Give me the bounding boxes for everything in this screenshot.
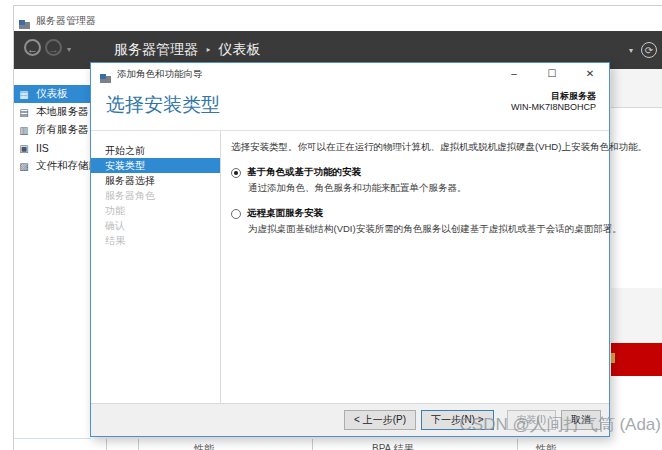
add-roles-wizard-dialog: 添加角色和功能向导 – ☐ ✕ 选择安装类型 目标服务器 WIN-MK7I8NB… (90, 62, 610, 437)
target-server-label: 目标服务器 (511, 91, 596, 102)
back-button[interactable]: < 上一步(P) (344, 410, 416, 430)
option-label: 基于角色或基于功能的安装 (247, 166, 361, 179)
option-role-based[interactable]: 基于角色或基于功能的安装 通过添加角色、角色服务和功能来配置单个服务器。 (231, 166, 601, 195)
forward-icon[interactable]: → (45, 39, 62, 56)
dashboard-tile-fragment (611, 69, 662, 108)
step-installation-type[interactable]: 安装类型 (91, 158, 220, 173)
option-description: 为虚拟桌面基础结构(VDI)安装所需的角色服务以创建基于虚拟机或基于会话的桌面部… (248, 223, 601, 236)
dialog-title: 添加角色和功能向导 (117, 68, 203, 81)
wizard-steps-nav: 开始之前 安装类型 服务器选择 服务器角色 功能 确认 结果 (91, 131, 221, 403)
step-server-selection[interactable]: 服务器选择 (91, 173, 220, 188)
radio-remote-desktop[interactable] (231, 209, 241, 219)
warning-mark (611, 353, 615, 363)
header-toolbar: ▾ ⟳ (629, 31, 657, 69)
sidebar-item-label: 所有服务器 (36, 123, 89, 137)
nav-caret-icon[interactable]: ▾ (67, 45, 71, 54)
window-titlebar: 服务器管理器 (14, 6, 662, 31)
toolbar-caret-icon[interactable]: ▾ (629, 46, 633, 55)
radio-role-based[interactable] (231, 168, 241, 178)
option-label: 远程桌面服务安装 (247, 207, 323, 220)
dashboard-column-performance: 性能 (194, 442, 214, 450)
background-divider (138, 439, 139, 450)
wizard-content: 选择安装类型。你可以在正在运行的物理计算机、虚拟机或脱机虚拟硬盘(VHD)上安装… (221, 131, 609, 403)
file-storage-icon: ▨ (17, 161, 31, 172)
sidebar-item-label: 本地服务器 (36, 105, 89, 119)
background-divider (312, 439, 313, 450)
dashboard-tile-fragment (611, 288, 662, 343)
option-remote-desktop[interactable]: 远程桌面服务安装 为虚拟桌面基础结构(VDI)安装所需的角色服务以创建基于虚拟机… (231, 207, 601, 236)
installation-type-description: 选择安装类型。你可以在正在运行的物理计算机、虚拟机或脱机虚拟硬盘(VHD)上安装… (231, 141, 601, 154)
csdn-watermark: CSDN @人间打气筒 (Ada) (460, 413, 661, 436)
background-divider (517, 439, 518, 450)
background-divider (106, 439, 107, 450)
dashboard-column-performance: 性能 (536, 442, 556, 450)
wizard-header: 选择安装类型 目标服务器 WIN-MK7I8NBOHCP (91, 85, 609, 131)
sidebar-item-label: 仪表板 (36, 87, 68, 101)
breadcrumb-root[interactable]: 服务器管理器 (114, 41, 198, 59)
breadcrumb-separator: ‣ (205, 44, 212, 57)
all-servers-icon: ▥ (17, 125, 31, 136)
local-server-icon: ▤ (17, 107, 31, 118)
step-features: 功能 (91, 203, 220, 218)
close-icon[interactable]: ✕ (571, 63, 609, 85)
option-description: 通过添加角色、角色服务和功能来配置单个服务器。 (248, 182, 601, 195)
step-before-you-begin[interactable]: 开始之前 (91, 143, 220, 158)
target-server-block: 目标服务器 WIN-MK7I8NBOHCP (511, 91, 596, 113)
step-server-roles: 服务器角色 (91, 188, 220, 203)
background-divider (14, 438, 91, 439)
target-server-name: WIN-MK7I8NBOHCP (511, 102, 596, 113)
maximize-icon[interactable]: ☐ (533, 63, 571, 85)
refresh-icon[interactable]: ⟳ (641, 42, 657, 58)
window-title: 服务器管理器 (36, 14, 96, 28)
breadcrumb-current: 仪表板 (219, 41, 261, 59)
iis-icon: ▣ (17, 143, 31, 154)
page-title: 选择安装类型 (106, 92, 220, 118)
minimize-icon[interactable]: – (495, 63, 533, 85)
step-results: 结果 (91, 233, 220, 248)
alert-red-bar (611, 343, 662, 376)
dashboard-icon: ▦ (17, 89, 31, 100)
sidebar-item-label: IIS (36, 142, 49, 154)
step-confirmation: 确认 (91, 218, 220, 233)
dialog-window-controls: – ☐ ✕ (495, 63, 609, 85)
dashboard-column-bpa-results: BPA 结果 (372, 442, 414, 450)
back-icon[interactable]: ← (24, 39, 41, 56)
